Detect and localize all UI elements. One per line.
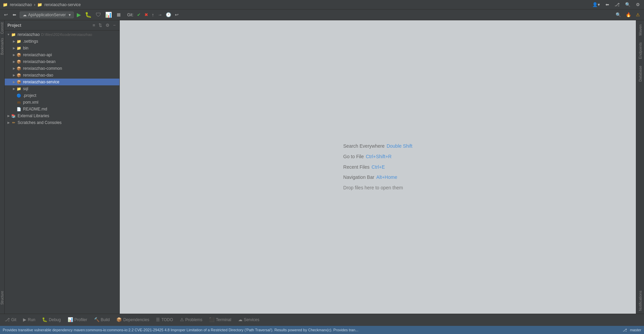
undo-btn[interactable]: ↩ <box>3 12 9 18</box>
tree-common[interactable]: ▶ 📦 renxiaozhao-common <box>5 65 119 72</box>
goto-label: Go to File <box>343 151 364 162</box>
bookmarks-label[interactable]: Bookmarks <box>0 36 4 57</box>
git-icon-group: ✔ ✖ ↑ → 🕐 ↩ <box>136 12 180 18</box>
problems-tab-label: Problems <box>185 317 203 322</box>
sidebar-expand-btn[interactable]: ⇅ <box>97 22 103 28</box>
welcome-panel: Search Everywhere Double Shift Go to Fil… <box>343 141 412 193</box>
tab-run[interactable]: ▶ Run <box>20 314 39 326</box>
scratches-arrow: ▶ <box>6 121 11 124</box>
search-shortcut: Search Everywhere Double Shift <box>343 141 412 151</box>
nav-label: Navigation Bar <box>343 172 374 183</box>
status-bar: Provides transitive vulnerable dependenc… <box>0 326 644 334</box>
service-name: renxiaozhao-service <box>44 2 80 7</box>
nav-shortcut: Navigation Bar Alt+Home <box>343 172 412 183</box>
sidebar-collapse-all-btn[interactable]: ≡ <box>92 22 96 28</box>
run-btn[interactable]: ▶ <box>76 11 82 19</box>
run-config-label: ApiApplicationServer <box>28 13 66 17</box>
branch-icon: ⎇ <box>623 328 627 332</box>
coverage-btn[interactable]: 🛡 <box>95 11 102 19</box>
notifications-tab[interactable]: Notifications <box>638 288 643 314</box>
bean-label: renxiaozhao-bean <box>23 59 55 64</box>
api-icon: 📦 <box>16 52 22 58</box>
git-clock-btn[interactable]: 🕐 <box>164 12 172 18</box>
tree-dao[interactable]: ▶ 📦 renxiaozhao-dao <box>5 72 119 79</box>
git-arrow-right-btn[interactable]: → <box>156 12 163 18</box>
tree-bean[interactable]: ▶ 📦 renxiaozhao-bean <box>5 58 119 65</box>
tree-sql[interactable]: ▶ 📁 sql <box>5 85 119 92</box>
tree-service[interactable]: ▶ 📦 renxiaozhao-service <box>5 79 119 85</box>
tree-bin[interactable]: ▶ 📁 bin <box>5 45 119 51</box>
services-tab-icon: ☁ <box>238 317 243 322</box>
tree-api[interactable]: ▶ 📦 renxiaozhao-api <box>5 51 119 58</box>
tree-readme[interactable]: 📄 README.md <box>5 106 119 112</box>
run-config-dropdown[interactable]: ☁ ApiApplicationServer ▾ <box>20 12 74 18</box>
recent-key: Ctrl+E <box>372 162 385 172</box>
dao-icon: 📦 <box>16 72 22 78</box>
main-content: Search Everywhere Double Shift Go to Fil… <box>120 20 636 314</box>
tree-settings[interactable]: ▶ 📁 .settings <box>5 38 119 45</box>
profile-btn[interactable]: 📊 <box>104 11 113 19</box>
tree-root[interactable]: ▼ 📁 renxiaozhao D:\files\2024\code\renxi… <box>5 31 119 38</box>
branch-name[interactable]: master <box>630 328 641 332</box>
api-label: renxiaozhao-api <box>23 53 52 57</box>
structure-label[interactable]: Structure <box>0 289 4 307</box>
common-icon: 📦 <box>16 66 22 71</box>
tab-terminal[interactable]: ⬛ Terminal <box>206 314 234 326</box>
sidebar: Project ≡ ⇅ ⚙ − ▼ 📁 renxiaozhao D:\files… <box>5 20 120 314</box>
user-icon-btn[interactable]: 👤▾ <box>591 1 601 8</box>
bin-arrow: ▶ <box>12 46 16 50</box>
git-undo-btn[interactable]: ↩ <box>174 12 180 18</box>
sidebar-settings-btn[interactable]: ⚙ <box>105 22 111 28</box>
readme-icon: 📄 <box>16 106 22 112</box>
tab-problems[interactable]: ⚠ Problems <box>177 314 206 326</box>
endpoints-tab[interactable]: Endpoints <box>638 40 643 62</box>
vcs-btn[interactable]: ⎇ <box>613 1 621 8</box>
tree-scratches[interactable]: ▶ ✏ Scratches and Consoles <box>5 119 119 126</box>
recent-label: Recent Files <box>343 162 370 172</box>
nav-key: Alt+Home <box>376 172 397 183</box>
git-checkmark-btn[interactable]: ✔ <box>136 12 142 18</box>
settings-btn[interactable]: ⚙ <box>635 1 641 8</box>
tab-profiler[interactable]: 📊 Profiler <box>64 314 91 326</box>
search-btn[interactable]: 🔍 <box>614 12 622 18</box>
force-stop-btn[interactable]: ⏹ <box>115 11 122 19</box>
settings-label: .settings <box>23 39 38 44</box>
ext-libs-label: External Libraries <box>18 113 49 118</box>
root-arrow: ▼ <box>6 33 11 36</box>
bean-arrow: ▶ <box>12 60 16 63</box>
back-btn[interactable]: ⬅ <box>604 1 611 8</box>
git-arrow-up-btn[interactable]: ↑ <box>151 12 156 18</box>
sidebar-close-btn[interactable]: − <box>112 22 117 28</box>
debug-btn[interactable]: 🐛 <box>84 11 93 19</box>
fire-btn[interactable]: 🔥 <box>624 12 632 18</box>
tree-project-file[interactable]: 🔵 .project <box>5 92 119 99</box>
commit-label[interactable]: Commit <box>0 20 4 36</box>
git-x-btn[interactable]: ✖ <box>143 12 150 18</box>
database-tab[interactable]: Database <box>638 63 643 84</box>
tab-services[interactable]: ☁ Services <box>235 314 263 326</box>
maven-tab[interactable]: Maven <box>638 22 643 38</box>
tab-debug[interactable]: 🐛 Debug <box>39 314 64 326</box>
service-label: renxiaozhao-service <box>23 80 59 84</box>
tab-git[interactable]: ⎇ Git <box>1 314 20 326</box>
terminal-tab-icon: ⬛ <box>209 317 214 322</box>
tree-pom[interactable]: m pom.xml <box>5 99 119 106</box>
scratches-label: Scratches and Consoles <box>18 120 62 125</box>
tab-dependencies[interactable]: 📦 Dependencies <box>113 314 153 326</box>
pom-icon: m <box>16 100 22 105</box>
tab-todo[interactable]: ☰ TODO <box>153 314 176 326</box>
forward-btn[interactable]: ⬅ <box>11 12 18 18</box>
alert-btn[interactable]: ⚠ <box>635 12 641 18</box>
tab-build[interactable]: 🔨 Build <box>91 314 113 326</box>
root-name: renxiaozhao <box>18 32 40 37</box>
common-arrow: ▶ <box>12 67 16 70</box>
bottom-tabs: ⎇ Git ▶ Run 🐛 Debug 📊 Profiler 🔨 Build 📦… <box>0 314 644 326</box>
settings-icon: 📁 <box>16 39 22 44</box>
runner-bar: ↩ ⬅ ☁ ApiApplicationServer ▾ ▶ 🐛 🛡 📊 ⏹ G… <box>0 9 644 20</box>
git-tab-icon: ⎇ <box>5 317 10 322</box>
tree-external-libs[interactable]: ▶ 📚 External Libraries <box>5 112 119 119</box>
debug-tab-icon: 🐛 <box>42 317 47 322</box>
title-bar: 📁 renxiaozhao › 📁 renxiaozhao-service 👤▾… <box>0 0 644 9</box>
build-tab-icon: 🔨 <box>94 317 99 322</box>
search-everywhere-btn[interactable]: 🔍 <box>624 1 632 8</box>
